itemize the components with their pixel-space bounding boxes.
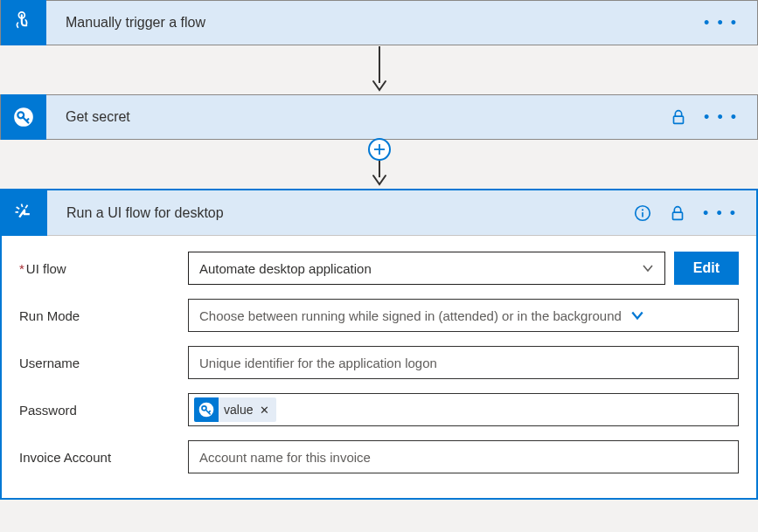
- edit-button[interactable]: Edit: [674, 252, 739, 285]
- step-get-secret-card[interactable]: Get secret • • •: [0, 94, 758, 140]
- step-run-ui-flow-title: Run a UI flow for desktop: [47, 205, 633, 221]
- invoice-account-placeholder: Account name for this invoice: [199, 450, 371, 465]
- step-trigger-more-icon[interactable]: • • •: [704, 15, 738, 31]
- username-input[interactable]: Unique identifier for the application lo…: [188, 346, 739, 379]
- keyvault-icon: [1, 94, 46, 140]
- svg-rect-4: [674, 116, 684, 123]
- ui-flow-value: Automate desktop application: [199, 261, 372, 276]
- run-mode-label: Run Mode: [19, 308, 188, 323]
- step-run-ui-flow-card: Run a UI flow for desktop • • •: [0, 189, 758, 500]
- ui-flow-select[interactable]: Automate desktop application: [188, 252, 665, 285]
- password-label: Password: [19, 403, 188, 418]
- svg-line-10: [22, 204, 23, 207]
- ui-flow-label: *UI flow: [19, 261, 188, 276]
- invoice-account-input[interactable]: Account name for this invoice: [188, 440, 739, 473]
- connector-2: [0, 140, 758, 189]
- lock-icon[interactable]: [668, 204, 687, 223]
- ui-flow-icon: [2, 190, 47, 236]
- step-run-ui-flow-more-icon[interactable]: • • •: [703, 205, 737, 221]
- run-mode-placeholder: Choose between running while signed in (…: [199, 308, 622, 323]
- username-label: Username: [19, 356, 188, 370]
- token-label: value: [224, 403, 253, 417]
- chevron-down-icon: [630, 308, 644, 322]
- step-trigger-card[interactable]: Manually trigger a flow • • •: [0, 0, 758, 45]
- info-icon[interactable]: [633, 204, 652, 223]
- keyvault-icon: [194, 397, 219, 422]
- chevron-down-icon: [642, 262, 654, 274]
- password-input[interactable]: value ✕: [188, 393, 739, 426]
- run-mode-select[interactable]: Choose between running while signed in (…: [188, 299, 739, 332]
- username-placeholder: Unique identifier for the application lo…: [199, 356, 437, 370]
- svg-point-13: [642, 209, 643, 211]
- lock-icon[interactable]: [669, 107, 688, 127]
- svg-line-11: [25, 204, 27, 208]
- svg-rect-15: [673, 212, 683, 219]
- step-run-ui-flow-header[interactable]: Run a UI flow for desktop • • •: [2, 190, 756, 236]
- step-trigger-title: Manually trigger a flow: [46, 15, 704, 31]
- token-remove-icon[interactable]: ✕: [260, 404, 269, 417]
- add-step-button[interactable]: [368, 138, 391, 161]
- secret-value-token[interactable]: value ✕: [194, 397, 276, 422]
- step-get-secret-more-icon[interactable]: • • •: [704, 109, 738, 125]
- svg-line-9: [17, 207, 20, 209]
- invoice-account-label: Invoice Account: [19, 450, 188, 465]
- step-get-secret-title: Get secret: [46, 109, 669, 125]
- connector-1: [0, 45, 758, 94]
- trigger-icon: [1, 0, 46, 45]
